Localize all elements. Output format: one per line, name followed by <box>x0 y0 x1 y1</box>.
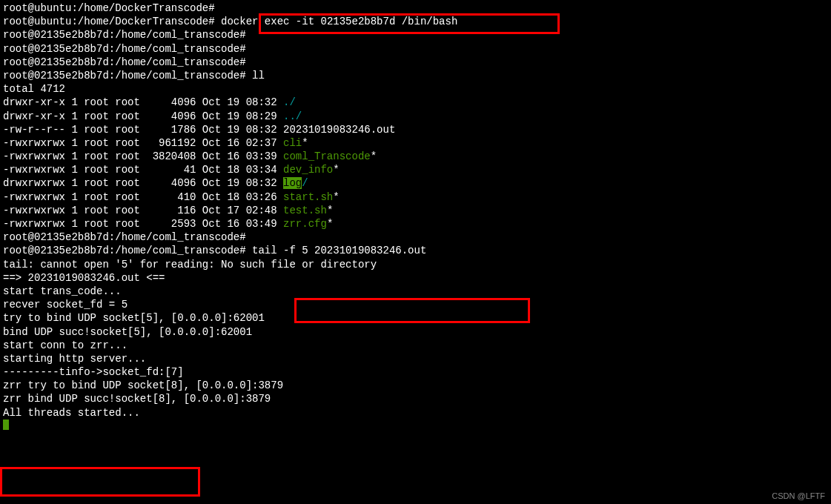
watermark: CSDN @LFTF <box>772 491 825 501</box>
ll-row: drwxr-xr-x 1 root root 4096 Oct 19 08:32… <box>3 96 828 109</box>
tail-line: recver socket_fd = 5 <box>3 298 828 311</box>
tail-line: try to bind UDP socket[5], [0.0.0.0]:620… <box>3 311 828 325</box>
prompt-line: root@02135e2b8b7d:/home/coml_transcode# … <box>3 244 828 257</box>
tail-line: tail: cannot open '5' for reading: No su… <box>3 258 828 271</box>
cursor <box>3 420 9 430</box>
terminal-output[interactable]: root@ubuntu:/home/DockerTranscode#root@u… <box>0 0 831 435</box>
ll-total: total 4712 <box>3 82 828 96</box>
ll-row: -rwxrwxrwx 1 root root 116 Oct 17 02:48 … <box>3 204 828 217</box>
prompt-line: root@02135e2b8b7d:/home/coml_transcode# … <box>3 69 828 82</box>
prompt-line: root@02135e2b8b7d:/home/coml_transcode# <box>3 42 828 56</box>
highlight-box-3 <box>0 467 200 497</box>
tail-line: bind UDP succ!socket[5], [0.0.0.0]:62001 <box>3 325 828 339</box>
tail-line: start trans_code... <box>3 285 828 298</box>
ll-row: -rwxrwxrwx 1 root root 3820408 Oct 16 03… <box>3 150 828 163</box>
ll-row: drwxrwxrwx 1 root root 4096 Oct 19 08:32… <box>3 176 828 190</box>
ll-row: drwxr-xr-x 1 root root 4096 Oct 19 08:29… <box>3 110 828 123</box>
tail-line: All threads started... <box>3 406 828 420</box>
ll-row: -rw-r--r-- 1 root root 1786 Oct 19 08:32… <box>3 123 828 136</box>
prompt-line: root@ubuntu:/home/DockerTranscode# <box>3 1 828 15</box>
tail-line: zrr try to bind UDP socket[8], [0.0.0.0]… <box>3 379 828 392</box>
tail-line: ==> 20231019083246.out <== <box>3 271 828 285</box>
ll-row: -rwxrwxrwx 1 root root 2593 Oct 16 03:49… <box>3 217 828 231</box>
ll-row: -rwxrwxrwx 1 root root 41 Oct 18 03:34 d… <box>3 163 828 176</box>
prompt-line: root@02135e2b8b7d:/home/coml_transcode# <box>3 28 828 42</box>
tail-line: zrr bind UDP succ!socket[8], [0.0.0.0]:3… <box>3 392 828 405</box>
cursor-line[interactable] <box>3 420 828 434</box>
tail-line: start conn to zrr... <box>3 339 828 352</box>
ll-row: -rwxrwxrwx 1 root root 410 Oct 18 03:26 … <box>3 190 828 204</box>
ll-row: -rwxrwxrwx 1 root root 961192 Oct 16 02:… <box>3 136 828 150</box>
prompt-line: root@ubuntu:/home/DockerTranscode# docke… <box>3 15 828 28</box>
tail-line: starting http server... <box>3 352 828 365</box>
prompt-line: root@02135e2b8b7d:/home/coml_transcode# <box>3 56 828 69</box>
tail-line: ---------tinfo->socket_fd:[7] <box>3 365 828 379</box>
prompt-line: root@02135e2b8b7d:/home/coml_transcode# <box>3 231 828 244</box>
